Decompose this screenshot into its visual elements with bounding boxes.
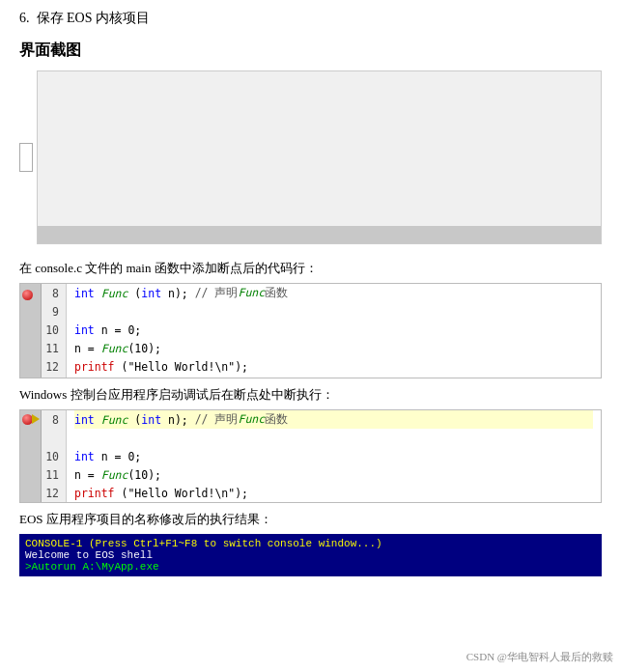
first-description: 在 console.c 文件的 main 函数中添加断点后的代码行： bbox=[19, 260, 602, 277]
debug-arrow bbox=[32, 414, 40, 424]
sidebar-strip-2 bbox=[20, 410, 42, 502]
line-numbers-2: 8 10 11 12 bbox=[42, 410, 67, 502]
screenshot-placeholder bbox=[37, 70, 602, 244]
third-description: EOS 应用程序项目的名称修改后的执行结果： bbox=[19, 511, 602, 528]
console-line-3: >Autorun A:\MyApp.exe bbox=[25, 561, 596, 573]
sidebar-strip-1 bbox=[20, 284, 42, 378]
console-output: CONSOLE-1 (Press Ctrl+F1~F8 to switch co… bbox=[19, 534, 602, 576]
left-marker bbox=[19, 143, 33, 172]
line-numbers-1: 8 9 10 11 12 bbox=[42, 284, 67, 378]
code-content-2: int Func (int n); // 声明Func函数 int n = 0;… bbox=[67, 410, 601, 502]
console-line-1: CONSOLE-1 (Press Ctrl+F1~F8 to switch co… bbox=[25, 538, 596, 549]
first-code-block: 8 9 10 11 12 int Func (int n); // 声明Func… bbox=[19, 283, 602, 378]
code-content-1: int Func (int n); // 声明Func函数 int n = 0;… bbox=[67, 284, 601, 378]
watermark: CSDN @华电智科人最后的救赎 bbox=[466, 650, 613, 664]
second-description: Windows 控制台应用程序启动调试后在断点处中断执行： bbox=[19, 386, 602, 404]
section-heading: 界面截图 bbox=[19, 41, 602, 61]
step-title: 6. 保存 EOS 内核项目 bbox=[19, 10, 602, 27]
console-line-2: Welcome to EOS shell bbox=[25, 549, 596, 561]
second-code-block: 8 10 11 12 int Func (int n); // 声明Func函数… bbox=[19, 409, 602, 503]
breakpoint-dot-1 bbox=[22, 290, 33, 300]
